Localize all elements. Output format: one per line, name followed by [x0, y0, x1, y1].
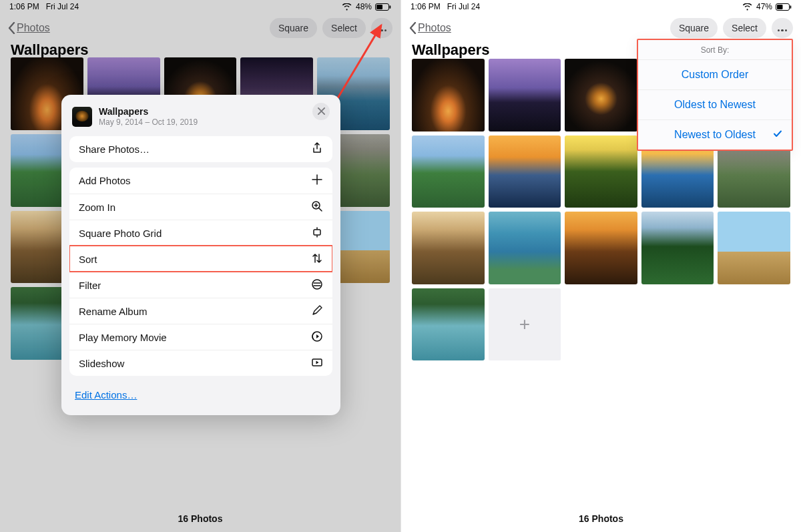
status-date: Fri Jul 24	[46, 2, 79, 11]
back-label: Photos	[17, 22, 50, 34]
photo-thumb[interactable]	[489, 136, 561, 208]
photo-thumb[interactable]	[489, 212, 561, 284]
svg-rect-5	[314, 230, 320, 235]
menu-label: Add Photos	[79, 175, 131, 186]
close-icon	[318, 107, 325, 115]
menu-label: Rename Album	[79, 306, 148, 317]
edit-actions-link[interactable]: Edit Actions…	[69, 381, 142, 407]
back-button[interactable]: Photos	[8, 22, 50, 34]
footer-count: 16 Photos	[0, 513, 400, 524]
status-time: 1:06 PM	[9, 2, 39, 11]
plus-icon	[311, 174, 323, 188]
menu-label: Slideshow	[79, 358, 124, 369]
menu-label: Zoom In	[79, 202, 115, 213]
more-button[interactable]	[371, 18, 392, 38]
sort-caption: Sort By:	[638, 40, 792, 59]
pane-left-photos: 1:06 PM Fri Jul 24 48% Photos Square Sel…	[0, 0, 400, 532]
sort-newest-oldest[interactable]: Newest to Oldest	[638, 119, 792, 150]
share-photos-item[interactable]: Share Photos…	[69, 136, 332, 162]
status-time: 1:06 PM	[411, 2, 441, 11]
battery-icon	[776, 3, 792, 11]
photo-thumb[interactable]	[718, 212, 790, 284]
filter-item[interactable]: Filter	[69, 272, 332, 298]
photo-thumb[interactable]	[412, 288, 485, 361]
zoom-in-item[interactable]: Zoom In	[69, 194, 332, 220]
close-button[interactable]	[312, 103, 330, 120]
checkmark-icon	[773, 129, 782, 141]
sheet-subtitle: May 9, 2014 – Oct 19, 2019	[99, 117, 198, 127]
svg-rect-11	[790, 5, 792, 9]
add-photos-item[interactable]: Add Photos	[69, 168, 332, 194]
page-title: Wallpapers	[412, 41, 490, 59]
filter-icon	[311, 278, 323, 292]
photo-thumb[interactable]	[565, 136, 637, 208]
sort-oldest-newest[interactable]: Oldest to Newest	[638, 89, 792, 119]
square-grid-item[interactable]: Square Photo Grid	[69, 220, 332, 246]
nav-bar: Photos Square Select	[401, 15, 801, 41]
play-memory-item[interactable]: Play Memory Movie	[69, 324, 332, 350]
zoom-in-icon	[311, 200, 323, 214]
svg-rect-10	[777, 5, 783, 9]
photo-thumb[interactable]	[412, 212, 485, 284]
battery-icon	[375, 3, 391, 11]
pencil-icon	[311, 304, 323, 318]
page-title: Wallpapers	[11, 41, 89, 59]
sheet-album-thumb	[72, 107, 92, 127]
memory-icon	[311, 330, 323, 344]
status-bar: 1:06 PM Fri Jul 24 48%	[0, 0, 400, 13]
svg-rect-2	[390, 5, 391, 9]
status-date: Fri Jul 24	[447, 2, 480, 11]
ellipsis-icon	[777, 23, 788, 33]
nav-bar: Photos Square Select	[0, 15, 400, 41]
sheet-title: Wallpapers	[99, 106, 198, 117]
sort-by-popover: Sort By: Custom Order Oldest to Newest N…	[637, 39, 793, 151]
menu-label: Filter	[79, 280, 101, 291]
status-battery-pct: 47%	[756, 2, 772, 11]
add-photo-tile[interactable]: +	[489, 288, 561, 361]
slideshow-icon	[311, 356, 323, 370]
menu-label: Square Photo Grid	[79, 228, 162, 239]
status-bar: 1:06 PM Fri Jul 24 47%	[401, 0, 801, 13]
sort-icon	[311, 252, 323, 266]
footer-count: 16 Photos	[401, 513, 801, 524]
svg-rect-1	[376, 5, 382, 9]
select-button[interactable]: Select	[322, 18, 366, 38]
status-battery-pct: 48%	[356, 2, 372, 11]
svg-point-6	[312, 280, 322, 289]
photo-thumb[interactable]	[489, 59, 561, 131]
ellipsis-icon	[376, 23, 387, 33]
menu-label: Play Memory Movie	[79, 332, 167, 343]
aspect-icon	[311, 226, 323, 240]
wifi-icon	[743, 3, 753, 11]
sort-custom-order[interactable]: Custom Order	[638, 59, 792, 89]
album-actions-sheet: Wallpapers May 9, 2014 – Oct 19, 2019 Sh…	[61, 95, 340, 415]
back-button[interactable]: Photos	[409, 22, 451, 34]
back-label: Photos	[418, 22, 451, 34]
sort-item[interactable]: Sort	[69, 246, 332, 272]
pane-right-photos: 1:06 PM Fri Jul 24 47% Photos Square Sel…	[400, 0, 801, 532]
plus-icon: +	[519, 314, 530, 335]
menu-label: Sort	[79, 254, 97, 265]
photo-thumb[interactable]	[565, 212, 637, 284]
photo-thumb[interactable]	[565, 59, 637, 131]
wifi-icon	[342, 3, 352, 11]
photo-thumb[interactable]	[412, 59, 485, 131]
square-button[interactable]: Square	[670, 18, 718, 38]
slideshow-item[interactable]: Slideshow	[69, 350, 332, 376]
select-button[interactable]: Select	[723, 18, 766, 38]
share-icon	[311, 142, 323, 156]
square-button[interactable]: Square	[270, 18, 317, 38]
menu-label: Share Photos…	[79, 144, 150, 155]
rename-album-item[interactable]: Rename Album	[69, 298, 332, 324]
more-button[interactable]	[772, 18, 793, 38]
photo-thumb[interactable]	[641, 212, 714, 284]
photo-thumb[interactable]	[412, 136, 485, 208]
